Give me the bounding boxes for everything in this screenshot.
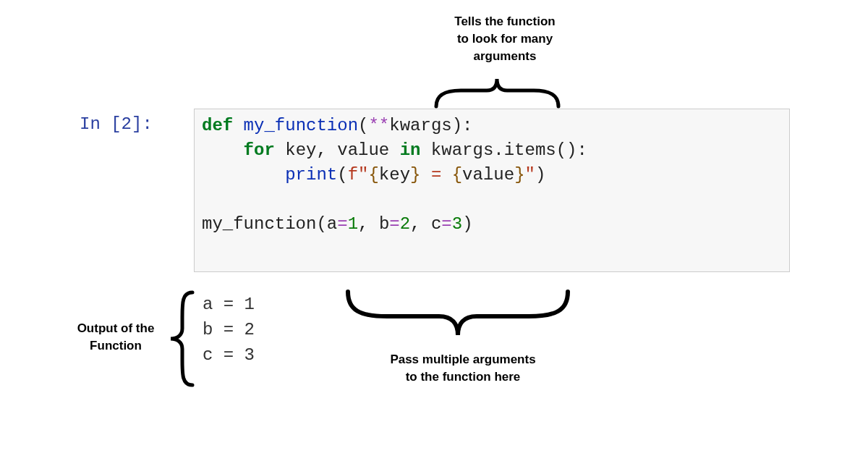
output-line-2: b = 2 (203, 320, 255, 339)
print-close: ) (535, 165, 545, 185)
indent (202, 140, 244, 160)
comma-2: , (410, 214, 431, 234)
paren-close: ) (452, 116, 462, 135)
arg-c: c (431, 214, 441, 234)
indent-2 (202, 165, 285, 185)
function-name: my_function (233, 116, 358, 135)
num-3: 3 (452, 214, 462, 234)
iter-expr: kwargs.items(): (420, 140, 587, 160)
brace-top-icon (430, 75, 564, 109)
keyword-in: in (400, 140, 421, 160)
eq-2: = (389, 214, 399, 234)
fstring-brace-close-2: } (514, 165, 524, 185)
annotation-kwargs-top: Tells the functionto look for manyargume… (425, 13, 584, 64)
call-open: ( (316, 214, 326, 234)
loop-vars: key, value (275, 140, 400, 160)
call-fn: my_function (202, 214, 316, 234)
eq-3: = (441, 214, 451, 234)
output-line-1: a = 1 (203, 295, 255, 314)
fstring-var-value: value (462, 165, 514, 185)
output-area: a = 1 b = 2 c = 3 (203, 292, 255, 368)
comma-1: , (358, 214, 379, 234)
num-1: 1 (348, 214, 358, 234)
arg-b: b (379, 214, 389, 234)
brace-left-icon (168, 288, 197, 389)
colon: : (462, 116, 472, 135)
eq-1: = (337, 214, 347, 234)
call-close: ) (462, 214, 472, 234)
fstring-brace-2: { (452, 165, 462, 185)
print-call: print (285, 165, 337, 185)
input-prompt: In [2]: (80, 114, 153, 134)
output-line-3: c = 3 (203, 345, 255, 365)
print-open: ( (337, 165, 347, 185)
fstring-text: = (420, 165, 451, 185)
fstring-brace-close: } (410, 165, 420, 185)
fstring-prefix: f" (348, 165, 369, 185)
keyword-for: for (244, 140, 275, 160)
keyword-def: def (202, 116, 233, 135)
code-cell: def my_function(**kwargs): for key, valu… (194, 109, 790, 272)
fstring-brace: { (368, 165, 378, 185)
arg-a: a (327, 214, 337, 234)
fstring-var-key: key (379, 165, 410, 185)
paren-open: ( (358, 116, 368, 135)
annotation-args-bottom: Pass multiple argumentsto the function h… (354, 351, 571, 386)
num-2: 2 (400, 214, 410, 234)
param-kwargs: kwargs (389, 116, 451, 135)
double-star: ** (368, 116, 389, 135)
brace-bottom-icon (335, 287, 581, 342)
annotation-output: Output of theFunction (65, 320, 166, 355)
string-close-quote: " (525, 165, 535, 185)
